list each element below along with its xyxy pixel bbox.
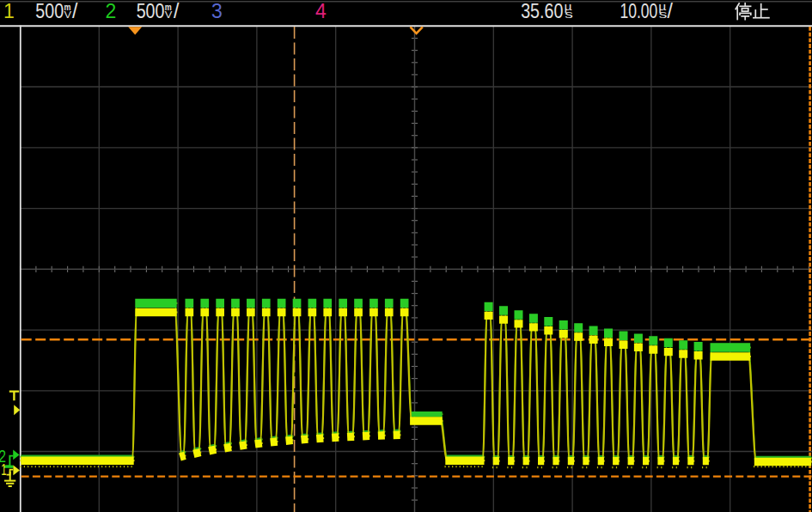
svg-text:500: 500 bbox=[137, 0, 165, 22]
svg-text:10.00: 10.00 bbox=[620, 0, 657, 22]
svg-text:V: V bbox=[165, 9, 173, 20]
svg-text:3: 3 bbox=[211, 0, 223, 22]
svg-text:35.60: 35.60 bbox=[521, 0, 563, 22]
svg-text:/: / bbox=[668, 0, 674, 22]
svg-text:V: V bbox=[64, 9, 72, 20]
svg-text:2: 2 bbox=[106, 0, 117, 22]
svg-text:s: s bbox=[565, 9, 573, 21]
svg-text:1: 1 bbox=[1, 460, 6, 478]
svg-text:4: 4 bbox=[315, 0, 327, 22]
svg-text:/: / bbox=[72, 0, 78, 22]
svg-text:s: s bbox=[659, 9, 668, 21]
svg-text:1: 1 bbox=[3, 0, 15, 22]
svg-text:/: / bbox=[174, 0, 180, 22]
svg-text:500: 500 bbox=[35, 0, 64, 22]
